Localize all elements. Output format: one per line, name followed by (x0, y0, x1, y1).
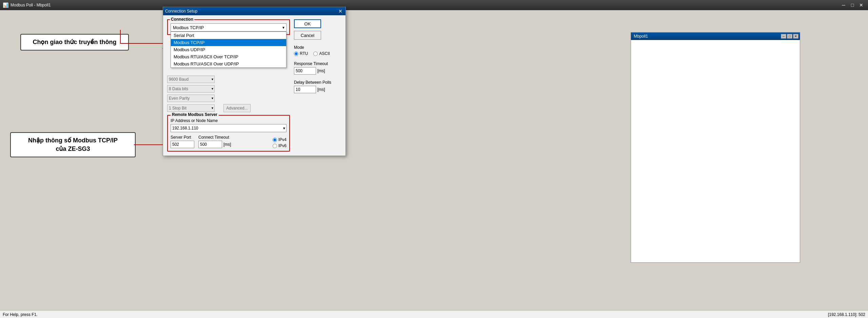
response-timeout-group: Response Timeout [ms] (294, 61, 341, 75)
main-window: 📊 Modbus Poll - Mbpoll1 ─ □ ✕ Mbpoll1 ─ … (0, 0, 868, 318)
stopbits-wrapper[interactable]: 1 Stop Bit ▼ (167, 104, 215, 112)
response-timeout-label: Response Timeout (294, 61, 341, 66)
parity-row: Even Parity ▼ (167, 95, 290, 102)
server-config-row: Server Port Connect Timeout [ms] (171, 135, 287, 148)
parity-wrapper[interactable]: Even Parity ▼ (167, 95, 215, 102)
databits-row: 8 Data bits ▼ (167, 85, 290, 93)
parity-select[interactable]: Even Parity (167, 95, 215, 102)
connection-selected-value: Modbus TCP/IP (173, 25, 204, 30)
delay-polls-row: [ms] (294, 86, 341, 93)
inner-controls: ─ □ ✕ (781, 34, 798, 39)
baud-select[interactable]: 9600 Baud (167, 76, 215, 83)
ipv-group: IPv4 IPv6 (273, 137, 287, 148)
remote-modbus-group: Remote Modbus Server IP Address or Node … (167, 115, 290, 152)
ipv4-label: IPv4 (278, 137, 287, 142)
inner-title: Mbpoll1 (632, 34, 648, 39)
mode-radio-row: RTU ASCII (294, 51, 341, 56)
ascii-label: ASCII (319, 51, 330, 56)
ascii-radio[interactable] (313, 52, 318, 56)
connect-timeout-unit: [ms] (223, 142, 231, 147)
mode-label: Mode (294, 45, 341, 50)
app-controls: ─ □ ✕ (840, 1, 865, 9)
dialog-close-button[interactable]: ✕ (337, 8, 343, 14)
connection-dropdown-wrapper: Modbus TCP/IP ▼ Serial Port Modbus TCP/I… (171, 23, 287, 32)
remote-group-label: Remote Modbus Server (171, 112, 219, 117)
statusbar-right: [192.168.1.110]: 502 (828, 312, 865, 317)
dialog-right-panel: OK Cancel Mode RTU ASCII (294, 19, 341, 152)
ok-button[interactable]: OK (294, 19, 321, 28)
stopbits-select[interactable]: 1 Stop Bit (167, 104, 215, 112)
rtu-radio[interactable] (294, 52, 298, 56)
app-icon: 📊 (3, 2, 8, 8)
inner-content (631, 40, 800, 262)
ipv4-radio[interactable] (273, 138, 277, 142)
arrow-1 (66, 30, 175, 57)
baud-wrapper[interactable]: 9600 Baud ▼ (167, 76, 215, 83)
maximize-button[interactable]: □ (848, 1, 856, 9)
rtu-radio-item[interactable]: RTU (294, 51, 308, 56)
annotation-box-2: Nhập thông số Modbus TCP/IPcủa ZE-SG3 (10, 132, 136, 157)
connection-select-wrapper[interactable]: Modbus TCP/IP ▼ (171, 23, 287, 32)
response-timeout-unit: [ms] (317, 68, 325, 73)
dropdown-rtu-udp[interactable]: Modbus RTU/ASCII Over UDP/IP (171, 60, 286, 67)
app-title: Modbus Poll - Mbpoll1 (11, 3, 51, 7)
ascii-radio-item[interactable]: ASCII (313, 51, 330, 56)
ipv6-radio-item[interactable]: IPv6 (273, 143, 287, 148)
server-port-col: Server Port (171, 135, 194, 148)
dialog-title: Connection Setup (165, 9, 197, 14)
server-port-label: Server Port (171, 135, 194, 140)
statusbar-left: For Help, press F1. (3, 312, 38, 317)
connection-dropdown-list: Serial Port Modbus TCP/IP Modbus UDP/IP … (171, 32, 287, 68)
response-timeout-row: [ms] (294, 67, 341, 75)
connection-selected-display[interactable]: Modbus TCP/IP (171, 23, 287, 32)
minimize-button[interactable]: ─ (840, 1, 848, 9)
inner-titlebar: Mbpoll1 ─ □ ✕ (631, 33, 800, 40)
ipv6-label: IPv6 (278, 143, 287, 148)
inner-window: Mbpoll1 ─ □ ✕ (631, 32, 800, 263)
dropdown-modbus-udp[interactable]: Modbus UDP/IP (171, 46, 286, 53)
cancel-button[interactable]: Cancel (294, 31, 321, 40)
advanced-button[interactable]: Advanced... (223, 104, 251, 112)
statusbar: For Help, press F1. [192.168.1.110]: 502 (0, 311, 868, 318)
inner-minimize[interactable]: ─ (781, 34, 786, 39)
databits-wrapper[interactable]: 8 Data bits ▼ (167, 85, 215, 93)
dropdown-serial-port[interactable]: Serial Port (171, 32, 286, 39)
delay-polls-input[interactable] (294, 86, 316, 93)
ipv6-radio[interactable] (273, 144, 277, 148)
ip-address-label: IP Address or Node Name (171, 118, 287, 123)
connection-group: Connection Modbus TCP/IP ▼ Serial Port (167, 19, 290, 35)
server-port-input[interactable] (171, 141, 194, 148)
stopbits-row: 1 Stop Bit ▼ Advanced... (167, 104, 290, 112)
databits-select[interactable]: 8 Data bits (167, 85, 215, 93)
delay-polls-unit: [ms] (317, 87, 325, 92)
connect-timeout-row: [ms] (198, 141, 231, 148)
connection-setup-dialog: Connection Setup ✕ Connection Modbus TCP… (163, 7, 346, 156)
baud-row: 9600 Baud ▼ (167, 76, 290, 83)
ipv4-radio-item[interactable]: IPv4 (273, 137, 287, 142)
connect-timeout-label: Connect Timeout (198, 135, 231, 140)
inner-maximize[interactable]: □ (787, 34, 792, 39)
connect-timeout-col: Connect Timeout [ms] (198, 135, 231, 148)
dialog-titlebar: Connection Setup ✕ (163, 7, 346, 15)
dropdown-rtu-tcp[interactable]: Modbus RTU/ASCII Over TCP/IP (171, 53, 286, 60)
connection-group-label: Connection (170, 17, 194, 22)
rtu-label: RTU (300, 51, 308, 56)
response-timeout-input[interactable] (294, 67, 316, 75)
app-titlebar: 📊 Modbus Poll - Mbpoll1 ─ □ ✕ (0, 0, 868, 10)
delay-polls-group: Delay Between Polls [ms] (294, 80, 341, 93)
ip-address-input[interactable] (171, 124, 287, 132)
dropdown-modbus-tcp[interactable]: Modbus TCP/IP (171, 39, 286, 46)
mode-group: Mode RTU ASCII (294, 45, 341, 56)
inner-close[interactable]: ✕ (793, 34, 798, 39)
dialog-left-panel: Connection Modbus TCP/IP ▼ Serial Port (167, 19, 290, 152)
close-app-button[interactable]: ✕ (857, 1, 865, 9)
serial-settings: 9600 Baud ▼ 8 Data bits ▼ (167, 76, 290, 112)
annotation-2-text: Nhập thông số Modbus TCP/IPcủa ZE-SG3 (28, 137, 118, 152)
connect-timeout-input[interactable] (198, 141, 222, 148)
delay-polls-label: Delay Between Polls (294, 80, 341, 85)
dialog-body: Connection Modbus TCP/IP ▼ Serial Port (163, 15, 346, 156)
app-title-group: 📊 Modbus Poll - Mbpoll1 (3, 2, 51, 8)
ip-input-wrapper: ▼ (171, 124, 287, 132)
